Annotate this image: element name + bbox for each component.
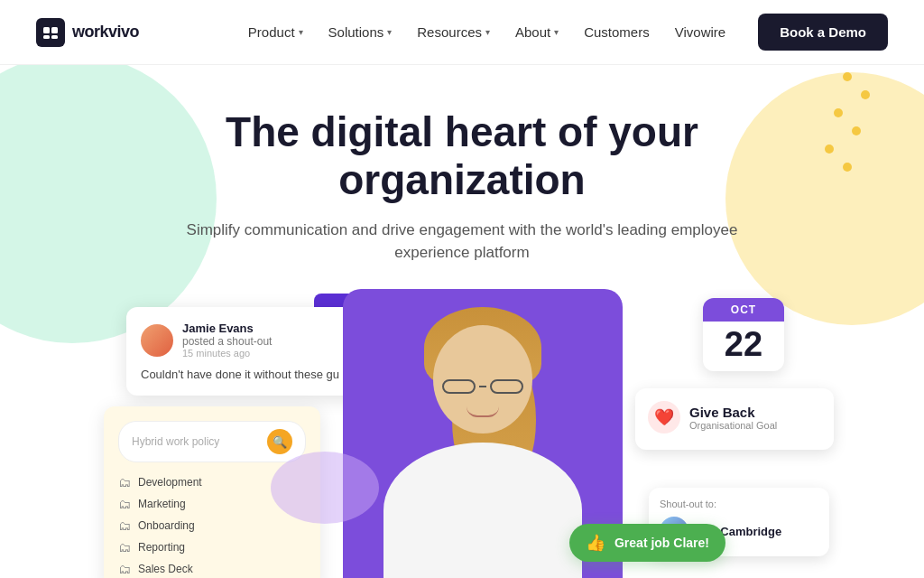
folder-icon: 🗂 xyxy=(118,475,131,489)
shoutout-to-label: Shout-out to: xyxy=(660,499,818,509)
goal-card: ❤️ Give Back Organisational Goal xyxy=(635,388,834,450)
chevron-down-icon: ▾ xyxy=(299,27,303,37)
navigation: workvivo Product ▾ Solutions ▾ Resources… xyxy=(0,0,924,65)
search-box[interactable]: Hybrid work policy 🔍 xyxy=(118,421,306,462)
heart-icon: ❤️ xyxy=(648,401,680,434)
nav-item-vivowire[interactable]: Vivowire xyxy=(664,17,736,47)
nav-item-about[interactable]: About ▾ xyxy=(504,17,569,47)
goal-title: Give Back xyxy=(689,405,777,420)
hero-headline: The digital heart of your organization xyxy=(146,108,778,204)
folder-icon: 🗂 xyxy=(118,518,131,533)
logo[interactable]: workvivo xyxy=(36,18,139,47)
chevron-down-icon: ▾ xyxy=(387,27,392,37)
folder-icon: 🗂 xyxy=(118,497,131,511)
nav-links: Product ▾ Solutions ▾ Resources ▾ About … xyxy=(237,17,736,47)
goal-subtitle: Organisational Goal xyxy=(689,420,777,431)
folder-icon: 🗂 xyxy=(118,562,131,576)
svg-rect-3 xyxy=(51,35,58,39)
great-job-text: Great job Clare! xyxy=(614,536,709,550)
calendar-day: 22 xyxy=(703,322,784,371)
book-demo-button[interactable]: Book a Demo xyxy=(758,14,888,51)
hero-subtext: Simplify communication and drive engagem… xyxy=(182,219,742,265)
folder-icon: 🗂 xyxy=(118,540,131,555)
user-avatar xyxy=(141,324,173,357)
svg-rect-2 xyxy=(43,35,50,39)
great-job-card: 👍 Great job Clare! xyxy=(569,524,725,562)
nav-item-solutions[interactable]: Solutions ▾ xyxy=(318,17,403,47)
list-item[interactable]: 🗂 Reporting xyxy=(118,540,306,555)
list-item[interactable]: 🗂 Sales Deck xyxy=(118,562,306,576)
list-item[interactable]: 🗂 Onboarding xyxy=(118,518,306,533)
cards-area: Jamie Evans posted a shout-out 15 minute… xyxy=(0,289,924,578)
svg-rect-1 xyxy=(51,27,58,33)
logo-text: workvivo xyxy=(72,23,139,42)
chevron-down-icon: ▾ xyxy=(554,27,559,37)
svg-rect-0 xyxy=(43,27,50,33)
nav-item-resources[interactable]: Resources ▾ xyxy=(406,17,501,47)
calendar-card: OCT 22 xyxy=(703,298,784,371)
nav-item-customers[interactable]: Customers xyxy=(573,17,661,47)
chevron-down-icon: ▾ xyxy=(485,27,490,37)
search-placeholder: Hybrid work policy xyxy=(132,435,260,448)
calendar-month: OCT xyxy=(703,298,784,322)
nav-item-product[interactable]: Product ▾ xyxy=(237,17,314,47)
search-button[interactable]: 🔍 xyxy=(267,429,292,454)
thumbs-up-icon: 👍 xyxy=(586,533,605,553)
logo-icon xyxy=(36,18,65,47)
